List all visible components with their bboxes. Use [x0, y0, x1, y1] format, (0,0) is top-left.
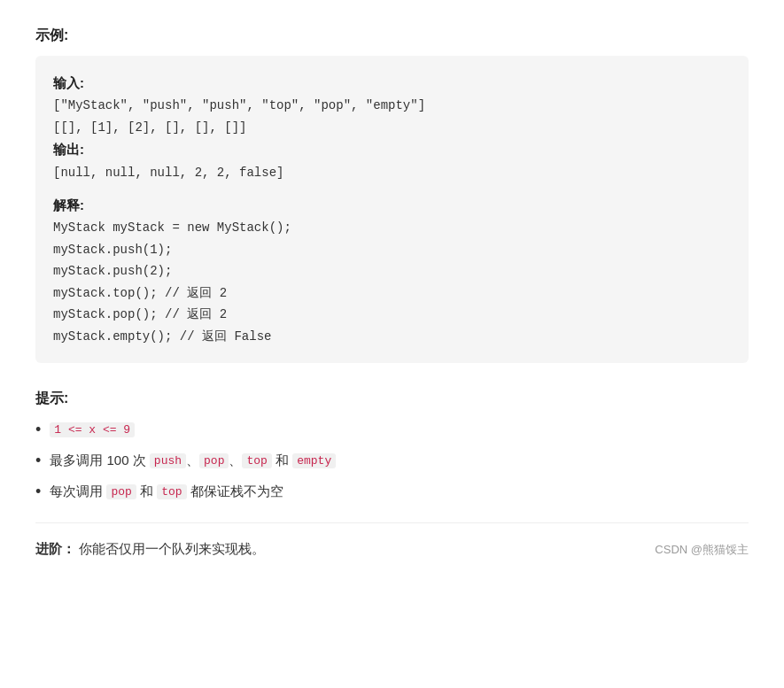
advance-content: 你能否仅用一个队列来实现栈。 [79, 541, 265, 556]
hints-title: 提示: [35, 390, 749, 408]
hints-list: 1 <= x <= 9 最多调用 100 次 push 、 pop 、 top … [35, 421, 749, 501]
hint3-text-before: 每次调用 [50, 483, 106, 500]
hint2-sep2: 、 [229, 452, 242, 469]
hint-item-3: 每次调用 pop 和 top 都保证栈不为空 [35, 483, 749, 501]
advance-section: 进阶： 你能否仅用一个队列来实现栈。 CSDN @熊猫馁主 [35, 541, 749, 558]
explain-label: 解释: [53, 197, 84, 213]
hint1-code: 1 <= x <= 9 [50, 422, 135, 437]
output-line: [null, null, null, 2, 2, false] [53, 162, 731, 184]
hint2-text-before: 最多调用 100 次 [50, 452, 150, 469]
hint3-sep: 和 [136, 483, 157, 500]
example-code-block: 输入: ["MyStack", "push", "push", "top", "… [35, 56, 749, 363]
hint2-code-push: push [150, 453, 186, 468]
explain-line3: myStack.push(2); [53, 260, 731, 282]
advance-text: 进阶： 你能否仅用一个队列来实现栈。 [35, 541, 265, 558]
hint3-code-top: top [157, 484, 186, 499]
hint-item-2: 最多调用 100 次 push 、 pop 、 top 和 empty [35, 452, 749, 470]
hint3-text-after: 都保证栈不为空 [187, 483, 283, 500]
input-line1: ["MyStack", "push", "push", "top", "pop"… [53, 95, 731, 117]
hint2-code-pop: pop [199, 453, 229, 468]
hint2-code-empty: empty [292, 453, 336, 468]
output-label: 输出: [53, 142, 84, 157]
input-line2: [[], [1], [2], [], [], []] [53, 117, 731, 139]
divider [35, 522, 749, 523]
explain-line5: myStack.pop(); // 返回 2 [53, 304, 731, 326]
hint2-sep3: 和 [272, 452, 292, 469]
hint2-sep1: 、 [186, 452, 199, 469]
hints-section: 提示: 1 <= x <= 9 最多调用 100 次 push 、 pop 、 … [35, 390, 749, 501]
explain-line2: myStack.push(1); [53, 239, 731, 261]
hint2-code-top: top [242, 453, 271, 468]
explain-line1: MyStack myStack = new MyStack(); [53, 217, 731, 239]
input-label: 输入: [53, 75, 84, 90]
advance-label: 进阶： [35, 541, 75, 556]
hint-item-1: 1 <= x <= 9 [35, 421, 749, 439]
example-title: 示例: [35, 27, 749, 45]
explain-line6: myStack.empty(); // 返回 False [53, 326, 731, 348]
explain-line4: myStack.top(); // 返回 2 [53, 282, 731, 305]
hint3-code-pop: pop [106, 484, 136, 499]
csdn-badge: CSDN @熊猫馁主 [655, 542, 749, 558]
